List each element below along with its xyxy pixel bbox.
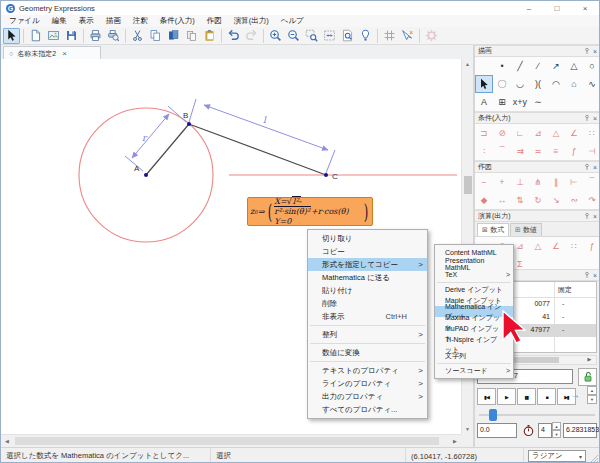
segment-tool[interactable]: ╱ bbox=[511, 57, 529, 75]
stop-button[interactable]: ■ bbox=[537, 388, 556, 405]
zoom-page-button[interactable] bbox=[339, 28, 356, 44]
calc-area[interactable]: △ bbox=[529, 237, 547, 255]
resize-grip[interactable] bbox=[588, 453, 598, 463]
save-file-button[interactable] bbox=[63, 28, 80, 44]
context-menu-item[interactable]: 出力のプロパティ > bbox=[308, 390, 427, 403]
scroll-left-icon[interactable]: ◀ bbox=[1, 435, 13, 447]
maximize-button[interactable]: □ bbox=[543, 1, 571, 15]
panel-close-icon[interactable]: × bbox=[593, 164, 597, 171]
output-expression-box[interactable]: z0⇒ ( X=√l²-r²·sin(θ)²+r·cos(θ) Y=0 ) bbox=[247, 197, 373, 226]
lock-toggle-button[interactable] bbox=[578, 368, 597, 386]
radius-constraint[interactable]: ⊘ bbox=[493, 124, 511, 142]
spin-up-icon[interactable]: ▲ bbox=[552, 422, 561, 430]
toolbar-button[interactable] bbox=[81, 28, 86, 44]
print-button[interactable] bbox=[87, 28, 104, 44]
document-tab[interactable]: ○ 名称未指定2 × bbox=[3, 46, 101, 60]
undo-button[interactable] bbox=[225, 28, 242, 44]
spin-up-icon[interactable]: ▲ bbox=[587, 386, 597, 395]
menu-item[interactable]: 作図 bbox=[201, 15, 228, 27]
play-button[interactable]: ▶ bbox=[497, 388, 516, 405]
zoom-fit-button[interactable] bbox=[321, 28, 338, 44]
horizontal-scrollbar[interactable]: ◀ ▶ bbox=[1, 434, 461, 447]
image-tool[interactable]: ⊞ bbox=[493, 93, 511, 111]
menu-item[interactable]: ファイル bbox=[3, 15, 46, 27]
animation-direction-icon[interactable]: → bbox=[570, 389, 580, 400]
spacer[interactable] bbox=[475, 57, 493, 75]
snap-tool-button[interactable] bbox=[399, 28, 416, 44]
context-menu-item[interactable]: すべてのプロパティ... > bbox=[308, 403, 427, 416]
regular-polygon-tool[interactable]: ⌂ bbox=[565, 75, 583, 93]
menu-item[interactable]: 表示 bbox=[73, 15, 100, 27]
pin-icon[interactable] bbox=[584, 47, 590, 55]
menu-item[interactable]: 演算(出力) bbox=[228, 15, 275, 27]
submenu-item[interactable]: 文字列 > bbox=[435, 350, 513, 361]
redo-button[interactable] bbox=[243, 28, 260, 44]
menu-item[interactable]: 編集 bbox=[46, 15, 73, 27]
toolbar-button[interactable] bbox=[261, 28, 266, 44]
tab-symbolic[interactable]: ⊠数式 bbox=[477, 223, 509, 236]
pin-icon[interactable] bbox=[584, 114, 590, 122]
ratio-constraint[interactable]: ∶ bbox=[475, 142, 493, 160]
submenu-item[interactable]: ソースコード > bbox=[435, 365, 513, 376]
bezier-tool[interactable]: ∿ bbox=[583, 75, 600, 93]
point-c-dot[interactable] bbox=[324, 173, 328, 177]
expression-tool[interactable]: x+y bbox=[511, 93, 529, 111]
pin-icon[interactable] bbox=[584, 163, 590, 171]
toolbar-button[interactable] bbox=[123, 28, 128, 44]
point-on-curve-constraint[interactable]: ⌒ bbox=[493, 142, 511, 160]
point-c-label[interactable]: C bbox=[332, 172, 338, 181]
context-menu-item[interactable]: 切り取り > bbox=[308, 232, 427, 245]
ellipse-tool[interactable]: 〇 bbox=[493, 75, 511, 93]
paste-button[interactable] bbox=[201, 28, 218, 44]
toolbar-button[interactable] bbox=[219, 28, 224, 44]
length-label[interactable]: l bbox=[263, 115, 267, 125]
dilate-construct[interactable]: ↘ bbox=[547, 191, 565, 209]
length-dimension-line[interactable] bbox=[204, 105, 328, 150]
new-file-button[interactable] bbox=[27, 28, 44, 44]
vertical-scroll-thumb[interactable] bbox=[464, 176, 472, 194]
distance-constraint[interactable]: ⊐ bbox=[475, 124, 493, 142]
line-tool[interactable]: ∕ bbox=[529, 57, 547, 75]
function-tool[interactable]: ◠ bbox=[547, 75, 565, 93]
variables-scroll-right-icon[interactable]: ▶ bbox=[584, 356, 595, 363]
scroll-down-icon[interactable]: ▼ bbox=[462, 426, 473, 432]
close-button[interactable]: × bbox=[571, 1, 599, 15]
animation-steps-field[interactable]: 4 bbox=[538, 423, 552, 438]
zoom-selection-button[interactable] bbox=[303, 28, 320, 44]
context-menu-item[interactable]: 数値に変換 > bbox=[308, 346, 427, 359]
panel-close-icon[interactable]: × bbox=[593, 48, 597, 55]
calc-expression[interactable]: ƒ bbox=[583, 237, 600, 255]
calc-direction[interactable]: ∠ bbox=[547, 237, 565, 255]
spin-down-icon[interactable]: ▼ bbox=[552, 430, 561, 438]
intersection-construct[interactable]: + bbox=[493, 173, 511, 191]
tangent-construct[interactable]: ⌒ bbox=[583, 173, 600, 191]
parallel-constraint[interactable]: ⇉ bbox=[511, 142, 529, 160]
reflect-construct[interactable]: ⇅ bbox=[511, 191, 529, 209]
settings-button[interactable] bbox=[423, 28, 440, 44]
translate-construct[interactable]: ↔ bbox=[493, 191, 511, 209]
perpendicular-bisector-construct[interactable]: ⊥ bbox=[511, 173, 529, 191]
panel-close-icon[interactable]: × bbox=[593, 213, 597, 220]
stopwatch-button[interactable] bbox=[521, 423, 536, 438]
context-menu-item[interactable]: 形式を指定してコピー > bbox=[308, 258, 427, 271]
point-b-label[interactable]: B bbox=[183, 111, 188, 120]
freehand-tool[interactable]: ∼ bbox=[529, 93, 547, 111]
context-menu-item[interactable]: 非表示 Ctrl+H > bbox=[308, 310, 427, 323]
coordinate-constraint[interactable]: ∷ bbox=[583, 124, 600, 142]
open-file-button[interactable] bbox=[45, 28, 62, 44]
skip-start-button[interactable]: ▮◀ bbox=[477, 388, 496, 405]
pin-icon[interactable] bbox=[584, 212, 590, 220]
segment-bc[interactable] bbox=[189, 124, 326, 175]
scroll-right-icon[interactable]: ▶ bbox=[449, 435, 461, 447]
radius-label[interactable]: r bbox=[142, 133, 148, 143]
menu-item[interactable]: 注釈 bbox=[127, 15, 154, 27]
copy-button[interactable] bbox=[147, 28, 164, 44]
spin-down-icon[interactable]: ▼ bbox=[587, 395, 597, 404]
polygon-tool[interactable]: △ bbox=[565, 57, 583, 75]
panel-close-icon[interactable]: × bbox=[593, 115, 597, 122]
polygon-construct[interactable]: ◆ bbox=[475, 191, 493, 209]
arc-tool[interactable]: ◡ bbox=[511, 75, 529, 93]
panel-close-icon[interactable]: × bbox=[593, 272, 597, 279]
grid-toggle-button[interactable] bbox=[381, 28, 398, 44]
menu-item[interactable]: ヘルプ bbox=[275, 15, 310, 27]
